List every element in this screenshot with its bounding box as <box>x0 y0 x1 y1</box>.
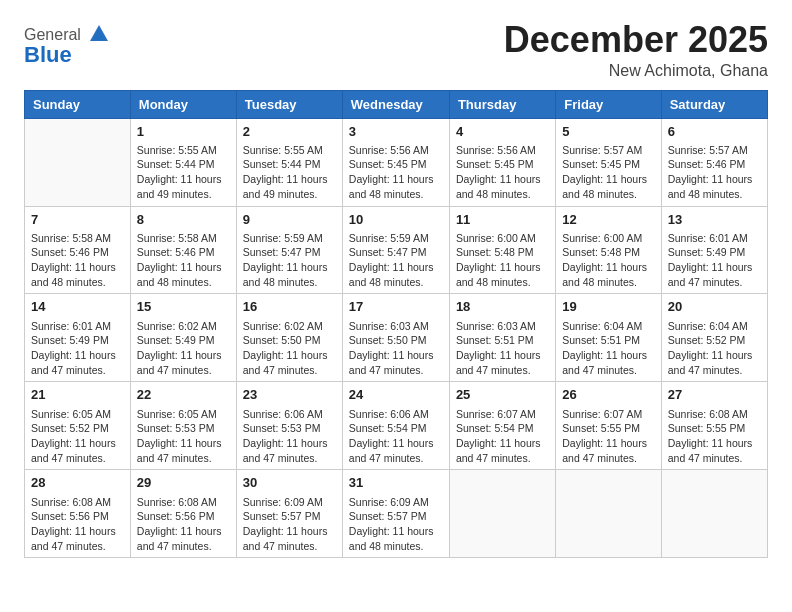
cell-info: Sunrise: 6:03 AM Sunset: 5:51 PM Dayligh… <box>456 319 549 378</box>
logo-general-text: General <box>24 26 81 43</box>
cell-info: Sunrise: 5:59 AM Sunset: 5:47 PM Dayligh… <box>243 231 336 290</box>
table-row: 19Sunrise: 6:04 AM Sunset: 5:51 PM Dayli… <box>556 294 661 382</box>
table-row: 2Sunrise: 5:55 AM Sunset: 5:44 PM Daylig… <box>236 118 342 206</box>
cell-day-number: 7 <box>31 211 124 229</box>
column-header-tuesday: Tuesday <box>236 90 342 118</box>
cell-info: Sunrise: 6:02 AM Sunset: 5:50 PM Dayligh… <box>243 319 336 378</box>
cell-day-number: 1 <box>137 123 230 141</box>
table-row: 17Sunrise: 6:03 AM Sunset: 5:50 PM Dayli… <box>342 294 449 382</box>
table-row: 15Sunrise: 6:02 AM Sunset: 5:49 PM Dayli… <box>130 294 236 382</box>
table-row: 30Sunrise: 6:09 AM Sunset: 5:57 PM Dayli… <box>236 470 342 558</box>
cell-info: Sunrise: 6:08 AM Sunset: 5:56 PM Dayligh… <box>137 495 230 554</box>
table-row: 10Sunrise: 5:59 AM Sunset: 5:47 PM Dayli… <box>342 206 449 294</box>
table-row: 27Sunrise: 6:08 AM Sunset: 5:55 PM Dayli… <box>661 382 767 470</box>
cell-day-number: 27 <box>668 386 761 404</box>
cell-day-number: 12 <box>562 211 654 229</box>
subtitle: New Achimota, Ghana <box>504 62 768 80</box>
column-header-saturday: Saturday <box>661 90 767 118</box>
table-row: 4Sunrise: 5:56 AM Sunset: 5:45 PM Daylig… <box>449 118 555 206</box>
cell-day-number: 26 <box>562 386 654 404</box>
table-row <box>25 118 131 206</box>
cell-info: Sunrise: 5:57 AM Sunset: 5:46 PM Dayligh… <box>668 143 761 202</box>
cell-day-number: 29 <box>137 474 230 492</box>
table-row: 29Sunrise: 6:08 AM Sunset: 5:56 PM Dayli… <box>130 470 236 558</box>
column-header-wednesday: Wednesday <box>342 90 449 118</box>
cell-info: Sunrise: 6:05 AM Sunset: 5:53 PM Dayligh… <box>137 407 230 466</box>
cell-info: Sunrise: 6:01 AM Sunset: 5:49 PM Dayligh… <box>31 319 124 378</box>
cell-info: Sunrise: 5:55 AM Sunset: 5:44 PM Dayligh… <box>137 143 230 202</box>
cell-day-number: 23 <box>243 386 336 404</box>
table-row: 31Sunrise: 6:09 AM Sunset: 5:57 PM Dayli… <box>342 470 449 558</box>
title-block: December 2025 New Achimota, Ghana <box>504 20 768 80</box>
cell-info: Sunrise: 5:57 AM Sunset: 5:45 PM Dayligh… <box>562 143 654 202</box>
cell-day-number: 13 <box>668 211 761 229</box>
table-row: 26Sunrise: 6:07 AM Sunset: 5:55 PM Dayli… <box>556 382 661 470</box>
cell-day-number: 11 <box>456 211 549 229</box>
table-row: 28Sunrise: 6:08 AM Sunset: 5:56 PM Dayli… <box>25 470 131 558</box>
cell-info: Sunrise: 6:03 AM Sunset: 5:50 PM Dayligh… <box>349 319 443 378</box>
table-row: 12Sunrise: 6:00 AM Sunset: 5:48 PM Dayli… <box>556 206 661 294</box>
cell-day-number: 30 <box>243 474 336 492</box>
cell-day-number: 17 <box>349 298 443 316</box>
cell-info: Sunrise: 6:08 AM Sunset: 5:55 PM Dayligh… <box>668 407 761 466</box>
cell-day-number: 28 <box>31 474 124 492</box>
cell-day-number: 15 <box>137 298 230 316</box>
table-row: 14Sunrise: 6:01 AM Sunset: 5:49 PM Dayli… <box>25 294 131 382</box>
cell-day-number: 3 <box>349 123 443 141</box>
table-row: 25Sunrise: 6:07 AM Sunset: 5:54 PM Dayli… <box>449 382 555 470</box>
cell-day-number: 25 <box>456 386 549 404</box>
cell-info: Sunrise: 6:09 AM Sunset: 5:57 PM Dayligh… <box>243 495 336 554</box>
table-row: 23Sunrise: 6:06 AM Sunset: 5:53 PM Dayli… <box>236 382 342 470</box>
cell-day-number: 5 <box>562 123 654 141</box>
table-row <box>556 470 661 558</box>
cell-day-number: 20 <box>668 298 761 316</box>
table-row: 13Sunrise: 6:01 AM Sunset: 5:49 PM Dayli… <box>661 206 767 294</box>
cell-info: Sunrise: 6:09 AM Sunset: 5:57 PM Dayligh… <box>349 495 443 554</box>
cell-day-number: 10 <box>349 211 443 229</box>
table-row: 8Sunrise: 5:58 AM Sunset: 5:46 PM Daylig… <box>130 206 236 294</box>
table-row: 16Sunrise: 6:02 AM Sunset: 5:50 PM Dayli… <box>236 294 342 382</box>
cell-info: Sunrise: 6:02 AM Sunset: 5:49 PM Dayligh… <box>137 319 230 378</box>
cell-info: Sunrise: 6:06 AM Sunset: 5:54 PM Dayligh… <box>349 407 443 466</box>
cell-info: Sunrise: 6:07 AM Sunset: 5:55 PM Dayligh… <box>562 407 654 466</box>
cell-day-number: 24 <box>349 386 443 404</box>
column-header-monday: Monday <box>130 90 236 118</box>
cell-info: Sunrise: 5:55 AM Sunset: 5:44 PM Dayligh… <box>243 143 336 202</box>
cell-day-number: 16 <box>243 298 336 316</box>
cell-day-number: 18 <box>456 298 549 316</box>
table-row: 22Sunrise: 6:05 AM Sunset: 5:53 PM Dayli… <box>130 382 236 470</box>
table-row: 18Sunrise: 6:03 AM Sunset: 5:51 PM Dayli… <box>449 294 555 382</box>
logo: General Blue <box>24 20 110 68</box>
cell-info: Sunrise: 5:56 AM Sunset: 5:45 PM Dayligh… <box>349 143 443 202</box>
cell-day-number: 6 <box>668 123 761 141</box>
cell-info: Sunrise: 6:00 AM Sunset: 5:48 PM Dayligh… <box>456 231 549 290</box>
cell-info: Sunrise: 6:08 AM Sunset: 5:56 PM Dayligh… <box>31 495 124 554</box>
cell-day-number: 2 <box>243 123 336 141</box>
table-row: 24Sunrise: 6:06 AM Sunset: 5:54 PM Dayli… <box>342 382 449 470</box>
table-row: 21Sunrise: 6:05 AM Sunset: 5:52 PM Dayli… <box>25 382 131 470</box>
cell-info: Sunrise: 6:04 AM Sunset: 5:52 PM Dayligh… <box>668 319 761 378</box>
table-row <box>449 470 555 558</box>
column-header-thursday: Thursday <box>449 90 555 118</box>
table-row: 9Sunrise: 5:59 AM Sunset: 5:47 PM Daylig… <box>236 206 342 294</box>
logo-icon <box>88 23 110 45</box>
column-header-friday: Friday <box>556 90 661 118</box>
table-row: 1Sunrise: 5:55 AM Sunset: 5:44 PM Daylig… <box>130 118 236 206</box>
table-row <box>661 470 767 558</box>
table-row: 5Sunrise: 5:57 AM Sunset: 5:45 PM Daylig… <box>556 118 661 206</box>
cell-day-number: 9 <box>243 211 336 229</box>
cell-info: Sunrise: 5:58 AM Sunset: 5:46 PM Dayligh… <box>137 231 230 290</box>
cell-info: Sunrise: 6:07 AM Sunset: 5:54 PM Dayligh… <box>456 407 549 466</box>
cell-day-number: 8 <box>137 211 230 229</box>
cell-day-number: 14 <box>31 298 124 316</box>
cell-day-number: 22 <box>137 386 230 404</box>
table-row: 11Sunrise: 6:00 AM Sunset: 5:48 PM Dayli… <box>449 206 555 294</box>
calendar: SundayMondayTuesdayWednesdayThursdayFrid… <box>24 90 768 559</box>
table-row: 6Sunrise: 5:57 AM Sunset: 5:46 PM Daylig… <box>661 118 767 206</box>
column-header-sunday: Sunday <box>25 90 131 118</box>
table-row: 7Sunrise: 5:58 AM Sunset: 5:46 PM Daylig… <box>25 206 131 294</box>
cell-info: Sunrise: 5:58 AM Sunset: 5:46 PM Dayligh… <box>31 231 124 290</box>
cell-day-number: 4 <box>456 123 549 141</box>
cell-day-number: 19 <box>562 298 654 316</box>
cell-info: Sunrise: 6:00 AM Sunset: 5:48 PM Dayligh… <box>562 231 654 290</box>
